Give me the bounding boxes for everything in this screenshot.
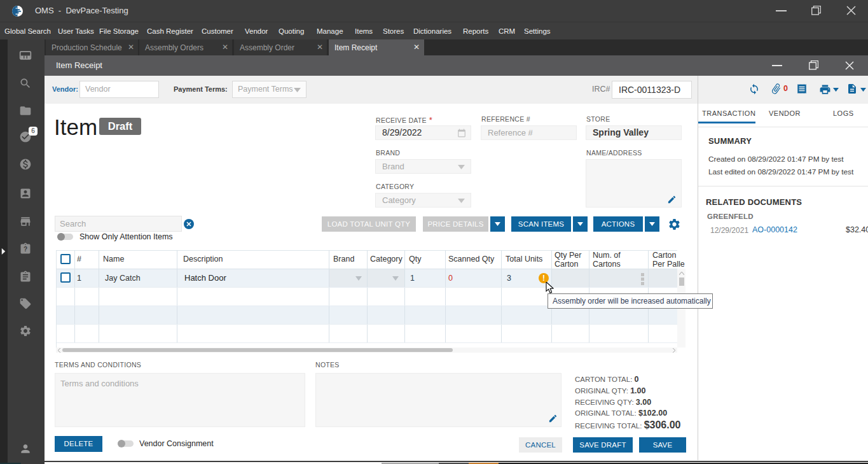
svg-text:?: ? (24, 246, 27, 253)
